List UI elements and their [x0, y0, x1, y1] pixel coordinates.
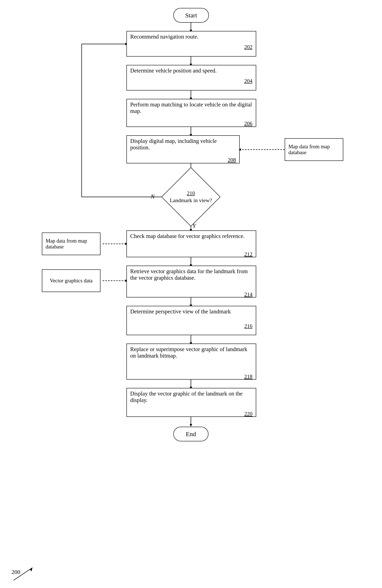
node-210: 210 Landmark in view?: [163, 172, 219, 222]
node-208: Display digital map, including vehicle p…: [126, 135, 240, 163]
n-label: N: [151, 193, 155, 200]
node-218: Replace or superimpose vector graphic of…: [126, 344, 256, 379]
node-212: Check map database for vector graphics r…: [126, 231, 256, 257]
figure-arrow: [12, 566, 37, 582]
vector-data-214-node: Vector graphics data: [42, 269, 101, 292]
node-220: Display the vector graphic of the landma…: [126, 388, 256, 417]
map-data-208-node: Map data from map database: [285, 138, 343, 161]
flowchart: Start Recommend navigation route. 202 De…: [0, 0, 382, 588]
node-206: Perform map matching to locate vehicle o…: [126, 99, 256, 127]
y-label: Y: [193, 222, 196, 229]
node-202: Recommend navigation route. 202: [126, 31, 256, 57]
start-node: Start: [173, 8, 209, 23]
svg-line-32: [14, 568, 32, 580]
svg-marker-25: [190, 424, 192, 427]
node-214: Retrieve vector graphics data for the la…: [126, 266, 256, 297]
map-data-212-node: Map data from map database: [42, 232, 101, 255]
node-216: Determine perspective view of the landma…: [126, 306, 256, 335]
node-204: Determine vehicle position and speed. 20…: [126, 65, 256, 90]
end-node: End: [173, 427, 208, 441]
